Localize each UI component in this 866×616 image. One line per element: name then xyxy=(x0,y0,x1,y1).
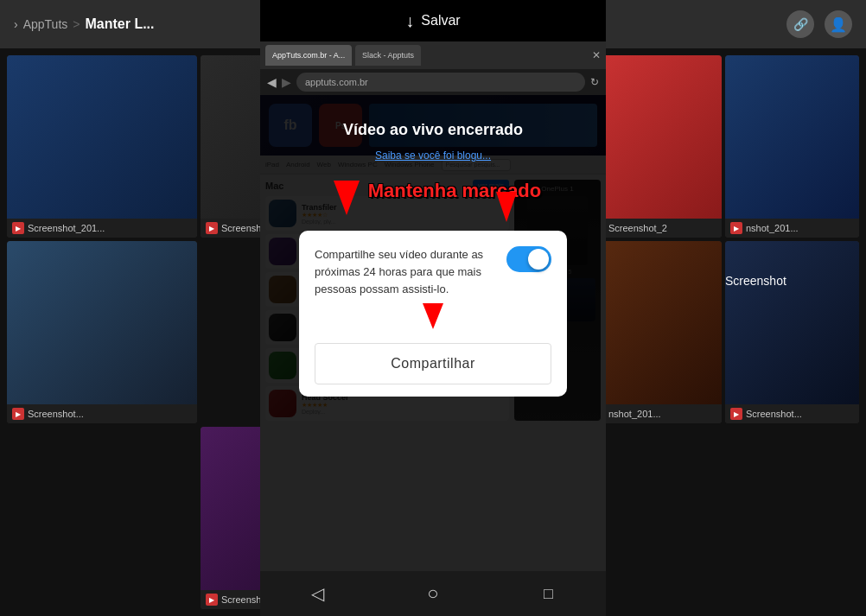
address-input[interactable]: apptuts.com.br xyxy=(296,73,585,92)
gallery-label: ▶ nshot_201... xyxy=(725,219,859,238)
home-button[interactable]: ○ xyxy=(416,576,450,611)
phone-browser-tabs: AppTuts.com.br - A... Slack - Apptuts ✕ xyxy=(260,41,606,69)
back-icon: ◁ xyxy=(311,583,324,604)
gallery-label-text: Screenshot_2 xyxy=(608,223,667,233)
gallery-label: ▶ Screenshot_201... xyxy=(7,219,197,238)
svg-marker-1 xyxy=(496,192,517,222)
video-ended-title: Vídeo ao vivo encerrado xyxy=(343,121,523,139)
svg-marker-0 xyxy=(334,181,360,215)
gallery-icon: ▶ xyxy=(730,222,742,234)
gallery-label: ▶ Screenshot... xyxy=(725,404,859,423)
video-title-row: Vídeo ao vivo encerrado xyxy=(343,121,523,146)
gallery-thumb xyxy=(725,55,859,219)
gallery-item[interactable]: ▶ nshot_201... xyxy=(725,55,859,238)
phone-nav-bar: ◁ ○ □ xyxy=(260,571,606,616)
browser-tab-apptuts[interactable]: AppTuts.com.br - A... xyxy=(265,45,352,66)
menu-icon-btn[interactable]: 👤 xyxy=(825,10,852,38)
share-button[interactable]: Compartilhar xyxy=(315,343,551,384)
share-content-row: Compartilhe seu vídeo durante as próxima… xyxy=(315,246,551,298)
close-tab-icon[interactable]: ✕ xyxy=(592,49,601,61)
breadcrumb-sep: > xyxy=(73,17,80,31)
recents-button[interactable]: □ xyxy=(531,576,565,611)
home-icon: ○ xyxy=(427,582,438,605)
gallery-icon: ▶ xyxy=(12,222,24,234)
subtitle-link[interactable]: Saiba se você foi blogu... xyxy=(375,149,491,162)
share-description: Compartilhe seu vídeo durante as próxima… xyxy=(315,246,498,298)
share-section-box: Compartilhe seu vídeo durante as próxima… xyxy=(299,231,567,397)
browser-actions: 🔗 👤 xyxy=(786,10,852,38)
save-top-bar: ↓ Salvar xyxy=(260,0,606,41)
breadcrumb: › AppTuts > Manter L... xyxy=(14,16,155,32)
link-icon: 🔗 xyxy=(793,17,808,31)
svg-marker-2 xyxy=(423,303,443,329)
gallery-label-text: Screenshot_201... xyxy=(28,223,105,233)
video-ended-modal: Vídeo ao vivo encerrado Saiba se você fo… xyxy=(260,95,606,571)
gallery-label-text: Screenshot... xyxy=(28,409,84,419)
screenshot-badge: Screenshot xyxy=(718,267,866,295)
link-icon-btn[interactable]: 🔗 xyxy=(786,10,814,38)
gallery-icon: ▶ xyxy=(206,594,218,606)
gallery-thumb xyxy=(7,241,197,404)
address-text: apptuts.com.br xyxy=(305,77,368,87)
gallery-label: ▶ Screenshot_2 xyxy=(588,219,722,238)
gallery-icon: ▶ xyxy=(206,222,218,234)
gallery-icon: ▶ xyxy=(730,408,742,420)
menu-icon: 👤 xyxy=(830,16,847,33)
gallery-label-text: nshot_201... xyxy=(608,409,661,419)
back-button[interactable]: ◁ xyxy=(301,576,335,611)
toggle-switch[interactable] xyxy=(506,246,551,272)
gallery-item[interactable]: ▶ Screenshot_201... xyxy=(7,55,197,238)
browser-tab-slack[interactable]: Slack - Apptuts xyxy=(355,45,421,66)
browser-content: fb Ps iPad Android Web Windows PC Window… xyxy=(260,95,606,571)
gallery-label-text: nshot_201... xyxy=(746,223,799,233)
save-label[interactable]: Salvar xyxy=(421,13,460,29)
gallery-item[interactable]: ▶ nshot_201... xyxy=(588,241,722,423)
gallery-thumb xyxy=(588,241,722,404)
toggle-knob xyxy=(528,249,549,270)
red-arrow-down-1 xyxy=(325,181,368,224)
gallery-thumb xyxy=(725,241,859,404)
breadcrumb-current: Manter L... xyxy=(85,16,154,32)
save-down-icon: ↓ xyxy=(405,11,414,31)
gallery-label-text: Screenshot... xyxy=(746,409,802,419)
gallery-thumb xyxy=(588,55,722,219)
phone-overlay: ↓ Salvar AppTuts.com.br - A... Slack - A… xyxy=(260,0,606,616)
gallery-label: ▶ Screenshot... xyxy=(7,404,197,423)
red-arrow-down-2 xyxy=(489,192,524,231)
gallery-item[interactable]: ▶ Screenshot... xyxy=(7,241,197,423)
breadcrumb-chevron: › xyxy=(14,17,18,31)
gallery-item[interactable]: ▶ Screenshot_2 xyxy=(588,55,722,238)
gallery-label: ▶ nshot_201... xyxy=(588,404,722,423)
gallery-icon: ▶ xyxy=(12,408,24,420)
back-nav-icon[interactable]: ◀ xyxy=(267,75,277,89)
phone-address-bar: ◀ ▶ apptuts.com.br ↻ xyxy=(260,69,606,95)
breadcrumb-parent1[interactable]: AppTuts xyxy=(23,17,68,31)
red-arrow-down-3 xyxy=(416,303,450,338)
forward-nav-icon[interactable]: ▶ xyxy=(282,75,291,89)
recents-icon: □ xyxy=(544,585,553,603)
gallery-thumb xyxy=(7,55,197,219)
refresh-icon[interactable]: ↻ xyxy=(590,76,599,88)
